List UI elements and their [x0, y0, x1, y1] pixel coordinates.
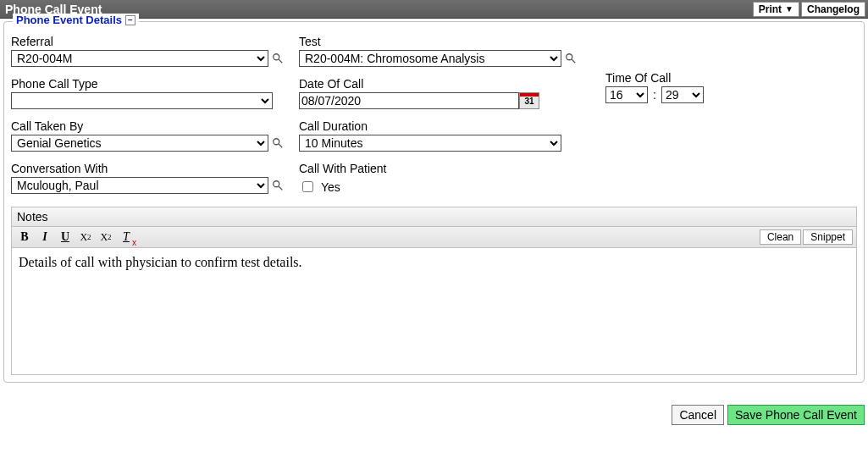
calendar-icon[interactable]: 31 [519, 92, 539, 109]
underline-button[interactable]: U [56, 229, 75, 246]
fieldset-title: Phone Event Details [16, 14, 122, 26]
dropdown-arrow-icon: ▼ [785, 4, 793, 14]
clear-formatting-button[interactable]: Tx [117, 229, 135, 246]
svg-point-6 [567, 54, 572, 60]
notes-editor[interactable]: Details of call with physician to confir… [11, 248, 857, 375]
save-button[interactable]: Save Phone Call Event [727, 405, 865, 425]
referral-select[interactable]: R20-004M [11, 50, 268, 67]
svg-line-3 [279, 144, 282, 147]
call-duration-select[interactable]: 10 Minutes [299, 135, 561, 152]
svg-point-4 [274, 181, 279, 187]
changelog-button[interactable]: Changelog [801, 2, 865, 17]
date-of-call-label: Date Of Call [299, 77, 590, 91]
print-button[interactable]: Print ▼ [753, 2, 799, 17]
svg-line-7 [572, 59, 575, 63]
time-of-call-label: Time Of Call [605, 71, 857, 85]
call-duration-label: Call Duration [299, 119, 590, 133]
editor-toolbar: B I U X2 X2 Tx Clean Snippet [11, 226, 857, 248]
phone-event-details-fieldset: Phone Event Details − Referral R20-004M [3, 21, 865, 383]
notes-header: Notes [11, 207, 857, 226]
svg-point-0 [274, 54, 279, 60]
conversation-with-select[interactable]: Mculough, Paul [11, 177, 268, 194]
time-minute-select[interactable]: 29 [661, 86, 704, 103]
collapse-toggle-button[interactable]: − [125, 15, 135, 25]
phone-call-type-label: Phone Call Type [11, 77, 284, 91]
search-icon[interactable] [565, 52, 577, 64]
print-label: Print [759, 3, 782, 15]
test-label: Test [299, 35, 590, 48]
cancel-button[interactable]: Cancel [672, 405, 724, 425]
svg-point-2 [274, 139, 279, 145]
changelog-label: Changelog [807, 3, 860, 15]
conversation-with-label: Conversation With [11, 162, 284, 175]
clean-button[interactable]: Clean [760, 229, 801, 245]
snippet-button[interactable]: Snippet [803, 229, 853, 245]
superscript-button[interactable]: X2 [97, 229, 115, 246]
svg-line-5 [279, 186, 282, 190]
search-icon[interactable] [272, 137, 284, 149]
call-with-patient-checkbox[interactable] [302, 181, 313, 192]
call-taken-by-label: Call Taken By [11, 119, 284, 133]
svg-line-1 [279, 59, 282, 63]
time-separator: : [653, 88, 656, 102]
footer-bar: Cancel Save Phone Call Event [0, 400, 868, 430]
search-icon[interactable] [272, 52, 284, 64]
test-select[interactable]: R20-004M: Chromosome Analysis [299, 50, 561, 67]
search-icon[interactable] [272, 180, 284, 191]
date-of-call-input[interactable] [299, 92, 519, 109]
time-hour-select[interactable]: 16 [605, 86, 648, 103]
call-with-patient-checkbox-label: Yes [321, 180, 340, 194]
referral-label: Referral [11, 35, 284, 48]
italic-button[interactable]: I [36, 229, 54, 246]
calendar-day: 31 [524, 97, 534, 106]
subscript-button[interactable]: X2 [76, 229, 95, 246]
call-taken-by-select[interactable]: Genial Genetics [11, 135, 268, 152]
phone-call-type-select[interactable] [11, 92, 273, 109]
fieldset-legend: Phone Event Details − [13, 14, 139, 26]
bold-button[interactable]: B [15, 229, 34, 246]
call-with-patient-label: Call With Patient [299, 162, 590, 175]
